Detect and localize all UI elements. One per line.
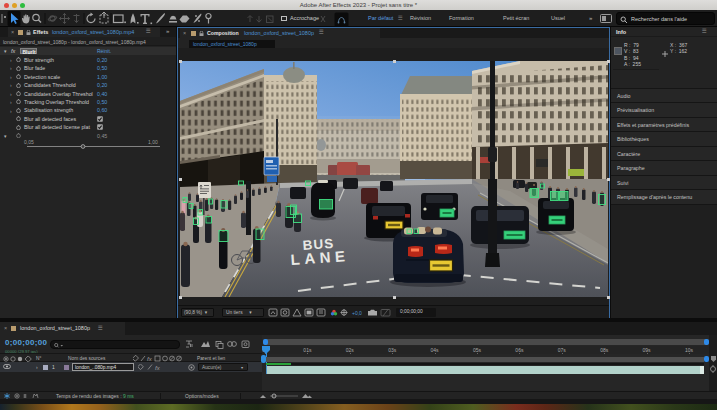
svg-text:+0,0: +0,0 — [352, 310, 362, 316]
svg-text:fx: fx — [155, 365, 161, 371]
